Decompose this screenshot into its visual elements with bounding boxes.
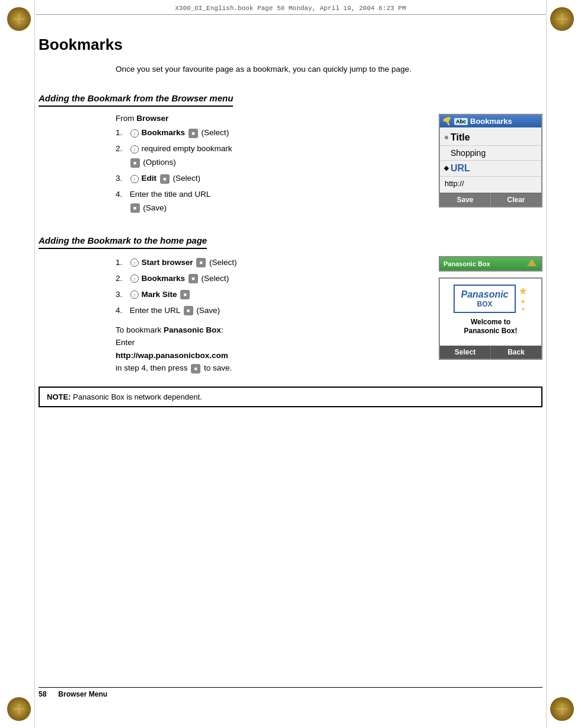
bookmarks-title: Bookmarks <box>470 117 512 126</box>
step-2-2: 2. ↑ Bookmarks ■ (Select) <box>116 272 427 286</box>
step-1-4-suffix: (Save) <box>143 203 167 212</box>
step-2-3: 3. ↑ Mark Site ■ <box>116 288 427 302</box>
extra-save: to save. <box>202 363 232 372</box>
wifi-icon <box>526 259 538 269</box>
corner-decoration-br <box>550 697 574 721</box>
step-num: 3. <box>116 288 127 302</box>
star-icon-2: ✦ <box>518 298 528 306</box>
step-num: 2. <box>116 272 127 286</box>
step-1-1-label: Bookmarks <box>142 128 186 137</box>
note-box: NOTE: Panasonic Box is network dependent… <box>39 387 542 407</box>
star-icon-1: ★ <box>518 285 528 298</box>
section-2-inner: 1. ↑ Start browser ■ (Select) 2. ↑ Bookm… <box>39 256 542 375</box>
pana-logo-row: Panasonic BOX ★ ✦ ✦ <box>443 285 538 318</box>
step-1-4: 4. Enter the title and URL ■ (Save) <box>116 188 427 215</box>
save-button[interactable]: Save <box>440 193 491 206</box>
page-footer: 58 Browser Menu <box>39 687 542 698</box>
page-number: 58 <box>39 690 46 698</box>
step-2-1: 1. ↑ Start browser ■ (Select) <box>116 256 427 270</box>
pana-title-text: Panasonic Box <box>443 260 490 267</box>
phone-body: Title Shopping URL http:// <box>440 127 541 193</box>
nav-icon: ↑ <box>130 145 139 154</box>
step-2-4-text: Enter the URL <box>130 306 180 315</box>
back-button[interactable]: Back <box>491 346 541 359</box>
header-filename: X300_OI_English.book Page 58 Monday, Apr… <box>175 5 406 12</box>
diamond-icon <box>444 166 449 171</box>
step-2-4-suffix: (Save) <box>196 306 220 315</box>
btn-icon: ■ <box>196 258 206 267</box>
pana-logo-big: Panasonic <box>461 289 508 300</box>
step-1-4-text: Enter the title and URL <box>130 190 211 199</box>
step-num: 4. <box>116 188 127 202</box>
item-http-label: http:// <box>445 179 464 188</box>
step-2-2-suffix: (Select) <box>202 274 229 283</box>
item-title-label: Title <box>451 132 470 143</box>
nav-icon: ↑ <box>130 175 139 183</box>
step-1-2-suffix: (Options) <box>143 158 176 167</box>
item-shopping-label: Shopping <box>451 148 486 158</box>
from-browser: Browser <box>136 114 168 123</box>
note-label: NOTE: <box>47 392 71 401</box>
phone-url-area: http:// <box>440 177 541 190</box>
item-url-label: URL <box>451 163 470 174</box>
step-1-3-label: Edit <box>142 174 157 183</box>
btn-icon: ■ <box>130 203 140 213</box>
enter-label: Enter <box>116 338 135 347</box>
pana-logo-box: Panasonic BOX <box>454 285 515 313</box>
pana-stars-col: ★ ✦ ✦ <box>518 285 528 312</box>
pana-title-bar: Panasonic Box <box>440 257 541 270</box>
phone-item-url: URL <box>440 161 541 177</box>
step-num: 2. <box>116 142 127 156</box>
step-2-4: 4. Enter the URL ■ (Save) <box>116 304 427 318</box>
corner-decoration-bl <box>7 697 31 721</box>
corner-decoration-tr <box>550 7 574 31</box>
extra-para: To bookmark Panasonic Box: Enter http://… <box>116 324 427 375</box>
footer-section: Browser Menu <box>58 690 107 698</box>
phone-item-title: Title <box>440 130 541 146</box>
clear-button[interactable]: Clear <box>491 193 541 206</box>
select-button[interactable]: Select <box>440 346 491 359</box>
nav-icon: ↑ <box>130 129 139 138</box>
step-2-3-label: Mark Site <box>142 290 177 299</box>
step-1-3: 3. ↑ Edit ■ (Select) <box>116 172 427 186</box>
section-1-heading: Adding the Bookmark from the Browser men… <box>39 93 233 107</box>
phone-screen-bookmarks: Abc Bookmarks Title Shopping <box>439 114 542 207</box>
step-1-3-suffix: (Select) <box>173 174 201 183</box>
section-2-steps: 1. ↑ Start browser ■ (Select) 2. ↑ Bookm… <box>116 256 427 375</box>
phone-item-shopping: Shopping <box>440 146 541 161</box>
step-num: 1. <box>116 256 127 270</box>
phone-screen-pana-top: Panasonic Box <box>439 256 542 272</box>
steps-list-1: 1. ↑ Bookmarks ■ (Select) 2. ↑ required … <box>116 126 427 215</box>
screenshot-2-col: Panasonic Box Panasonic BOX <box>439 256 542 360</box>
btn-icon: ■ <box>180 290 190 299</box>
from-text: From <box>116 114 136 123</box>
corner-decoration-tl <box>7 7 31 31</box>
step-num: 1. <box>116 126 127 140</box>
panasonic-url: http://wap.panasonicbox.com <box>116 351 228 360</box>
section-2: Adding the Bookmark to the home page 1. … <box>39 235 542 407</box>
step-2-2-label: Bookmarks <box>142 274 186 283</box>
section-1-steps: From Browser 1. ↑ Bookmarks ■ (Select) 2… <box>116 114 427 218</box>
nav-icon: ↑ <box>130 290 139 299</box>
left-margin <box>34 0 35 728</box>
pana-welcome-text: Welcome toPanasonic Box! <box>443 318 538 336</box>
intro-paragraph: Once you set your favourite page as a bo… <box>116 63 542 75</box>
extra-text-1: To bookmark <box>116 325 164 334</box>
pana-bottom-bar: Select Back <box>440 346 541 359</box>
note-text: Panasonic Box is network dependent. <box>73 392 202 401</box>
extra-text-2: : <box>221 325 224 334</box>
from-label: From Browser <box>116 114 427 123</box>
bullet-icon <box>445 136 448 139</box>
steps-list-2: 1. ↑ Start browser ■ (Select) 2. ↑ Bookm… <box>116 256 427 318</box>
screenshot-1: Abc Bookmarks Title Shopping <box>439 114 542 207</box>
abc-badge: Abc <box>454 118 468 125</box>
pana-body: Panasonic BOX ★ ✦ ✦ Welcome toPanasonic … <box>440 279 541 346</box>
page-title: Bookmarks <box>39 36 542 54</box>
phone-title-bar: Abc Bookmarks <box>440 115 541 127</box>
phone-buttons-1: Save Clear <box>440 193 541 206</box>
right-margin <box>546 0 547 728</box>
phone-screen-pana-bottom: Panasonic BOX ★ ✦ ✦ Welcome toPanasonic … <box>439 277 542 360</box>
nav-icon: ↑ <box>130 258 139 267</box>
extra-text-3: in step 4, then press <box>116 363 190 372</box>
step-1-2: 2. ↑ required empty bookmark ■ (Options) <box>116 142 427 170</box>
